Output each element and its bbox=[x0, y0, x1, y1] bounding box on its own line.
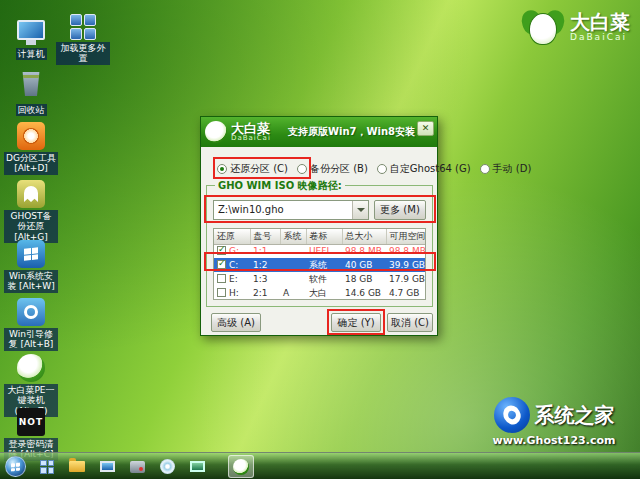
taskbar-icon-display[interactable] bbox=[184, 455, 210, 478]
radio-dot-icon bbox=[480, 164, 490, 174]
radio-manual[interactable]: 手动 (D) bbox=[480, 162, 532, 176]
image-path-value[interactable]: Z:\win10.gho bbox=[214, 201, 352, 219]
checkbox[interactable] bbox=[217, 246, 226, 255]
desktop-icon-load-more[interactable]: 加载更多外置 bbox=[56, 8, 110, 65]
checkbox[interactable] bbox=[217, 274, 226, 283]
desktop-icon-computer[interactable]: 计算机 bbox=[4, 8, 58, 61]
close-button[interactable]: ✕ bbox=[417, 121, 434, 136]
ok-button[interactable]: 确定 (Y) bbox=[331, 313, 381, 332]
taskbar-icon-launcher[interactable] bbox=[34, 455, 60, 478]
site-title: 系统之家 bbox=[535, 402, 615, 429]
desktop-icon-recycle-bin[interactable]: 回收站 bbox=[4, 64, 58, 117]
ghost123-brand: 系统之家 www.Ghost123.com bbox=[474, 397, 634, 447]
radio-custom-ghost[interactable]: 自定Ghost64 (G) bbox=[377, 162, 471, 176]
taskbar-icon-cd[interactable] bbox=[154, 455, 180, 478]
desktop-icon-label: 回收站 bbox=[16, 104, 47, 116]
computer-icon bbox=[4, 8, 58, 40]
table-header-row: 还原 盘号 系统 卷标 总大小 可用空间 bbox=[214, 229, 426, 244]
checkbox[interactable] bbox=[217, 260, 226, 269]
mode-radio-group: 还原分区 (C) 备份分区 (B) 自定Ghost64 (G) 手动 (D) bbox=[217, 161, 433, 177]
more-button[interactable]: 更多 (M) bbox=[374, 200, 426, 220]
app-grid-icon bbox=[56, 8, 110, 40]
chevron-down-icon[interactable] bbox=[352, 201, 368, 219]
not-icon: NOT bbox=[4, 404, 58, 436]
table-row[interactable]: E: 1:3 软件 18 GB 17.9 GB bbox=[214, 272, 426, 286]
taskbar-icon-disk[interactable] bbox=[124, 455, 150, 478]
advanced-button[interactable]: 高级 (A) bbox=[211, 313, 261, 332]
desktop-icon-ghost-restore[interactable]: GHOST备份还原 [Alt+G] bbox=[4, 176, 58, 244]
windows-flag-icon bbox=[11, 462, 20, 471]
dabaicai-installer-dialog: 大白菜 DaBaiCai 支持原版Win7，Win8安装 ✕ 还原分区 (C) … bbox=[200, 116, 438, 336]
site-url: www.Ghost123.com bbox=[474, 434, 634, 447]
ghost-icon bbox=[4, 176, 58, 208]
partition-table: 还原 盘号 系统 卷标 总大小 可用空间 G: 1:1 UEFI 98.8 MB… bbox=[213, 228, 426, 300]
desktop-icon-win-install[interactable]: Win系统安装 [Alt+W] bbox=[4, 236, 58, 293]
taskbar-icon-dabaicai[interactable] bbox=[228, 455, 254, 478]
desktop-icon-label: Win系统安装 [Alt+W] bbox=[4, 270, 58, 293]
image-path-groupbox: GHO WIM ISO 映像路径: Z:\win10.gho 更多 (M) 还原… bbox=[206, 185, 433, 307]
disk-tool-icon bbox=[4, 118, 58, 150]
o-swirl-icon bbox=[494, 397, 530, 433]
radio-backup-partition[interactable]: 备份分区 (B) bbox=[297, 162, 368, 176]
radio-dot-icon bbox=[297, 164, 307, 174]
desktop: { "desktop": { "icons": [ { "name": "com… bbox=[0, 0, 640, 479]
desktop-icon-label: 加载更多外置 bbox=[56, 42, 110, 65]
desktop-icon-label: DG分区工具 [Alt+D] bbox=[4, 152, 58, 175]
radio-dot-icon bbox=[377, 164, 387, 174]
recycle-bin-icon bbox=[4, 64, 58, 96]
taskbar-icon-computer[interactable] bbox=[94, 455, 120, 478]
radio-dot-icon bbox=[217, 164, 227, 174]
table-row[interactable]: H: 2:1 A 大白 14.6 GB 4.7 GB bbox=[214, 286, 426, 300]
desktop-icon-dg-partition[interactable]: DG分区工具 [Alt+D] bbox=[4, 118, 58, 175]
desktop-icon-label: 计算机 bbox=[16, 48, 47, 60]
cancel-button[interactable]: 取消 (C) bbox=[387, 313, 433, 332]
desktop-icon-boot-repair[interactable]: Win引导修复 [Alt+B] bbox=[4, 294, 58, 351]
table-row-selected[interactable]: C: 1:2 系统 40 GB 39.9 GB bbox=[214, 258, 426, 272]
desktop-icon-label: Win引导修复 [Alt+B] bbox=[4, 328, 58, 351]
cabbage-icon bbox=[4, 350, 58, 382]
brand-subtitle: DaBaiCai bbox=[570, 32, 630, 42]
dialog-support-text: 支持原版Win7，Win8安装 bbox=[288, 125, 415, 139]
radio-restore-partition[interactable]: 还原分区 (C) bbox=[217, 162, 288, 176]
repair-icon bbox=[4, 294, 58, 326]
table-row[interactable]: G: 1:1 UEFI 98.8 MB 98.8 MB bbox=[214, 244, 426, 258]
dialog-logo-icon bbox=[205, 121, 227, 143]
taskbar bbox=[0, 452, 640, 479]
groupbox-label: GHO WIM ISO 映像路径: bbox=[215, 179, 345, 193]
dialog-logo-subtitle: DaBaiCai bbox=[231, 135, 271, 142]
dabaicai-brand: 大白菜 DaBaiCai bbox=[522, 6, 630, 48]
image-path-combobox[interactable]: Z:\win10.gho bbox=[213, 200, 369, 220]
taskbar-icon-folder[interactable] bbox=[64, 455, 90, 478]
windows-icon bbox=[4, 236, 58, 268]
start-button[interactable] bbox=[5, 456, 26, 477]
brand-title: 大白菜 bbox=[570, 12, 630, 32]
dialog-titlebar[interactable]: 大白菜 DaBaiCai 支持原版Win7，Win8安装 bbox=[201, 117, 437, 147]
checkbox[interactable] bbox=[217, 288, 226, 297]
cabbage-logo-icon bbox=[522, 6, 564, 48]
